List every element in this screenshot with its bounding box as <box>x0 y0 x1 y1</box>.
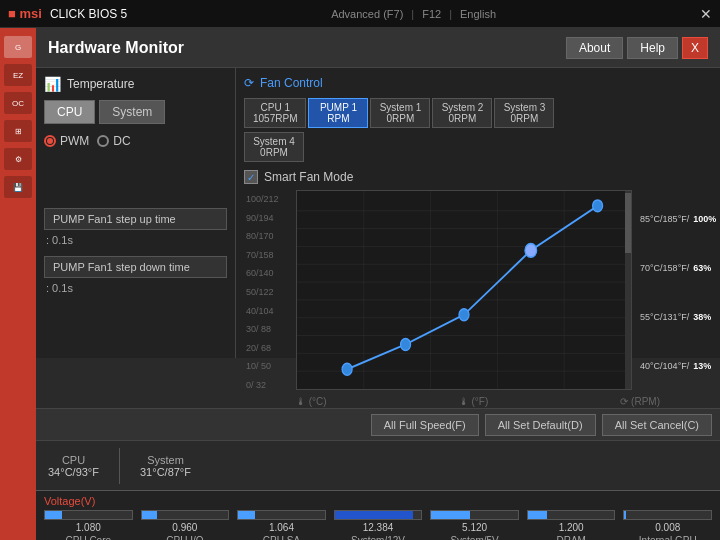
system-temp-value: 31°C/87°F <box>140 466 191 478</box>
voltage-item-dram: 1.200DRAM <box>527 510 616 540</box>
voltage-bar-fill <box>45 511 62 519</box>
sidebar-icon-board[interactable]: ⊞ <box>4 120 32 142</box>
pwm-label: PWM <box>60 134 89 148</box>
sidebar-icon-oc[interactable]: OC <box>4 92 32 114</box>
voltage-name-label: CPU Core <box>66 535 112 540</box>
pwm-dc-toggle: PWM DC <box>44 134 227 148</box>
y-label: 40/104 <box>246 306 294 316</box>
temperature-label: Temperature <box>67 77 134 91</box>
left-sidebar: G EZ OC ⊞ ⚙ 💾 <box>0 28 36 540</box>
voltage-bars: 1.080CPU Core0.960CPU I/O1.064CPU SA12.3… <box>44 510 712 540</box>
temperature-tabs: CPU System <box>44 100 227 124</box>
mode-label: Advanced (F7) <box>331 8 403 20</box>
fan-tab-sys1[interactable]: System 10RPM <box>370 98 430 128</box>
f12-label[interactable]: F12 <box>422 8 441 20</box>
voltage-value: 1.064 <box>269 522 294 533</box>
svg-point-17 <box>525 243 537 257</box>
all-set-cancel-button[interactable]: All Set Cancel(C) <box>602 414 712 436</box>
scrollbar-thumb[interactable] <box>625 193 631 252</box>
voltage-value: 0.960 <box>172 522 197 533</box>
y-label: 50/122 <box>246 287 294 297</box>
fan-control-header: ⟳ Fan Control <box>244 76 712 90</box>
sidebar-icon-game[interactable]: G <box>4 36 32 58</box>
voltage-item-cpu-sa: 1.064CPU SA <box>237 510 326 540</box>
voltage-bar-container <box>141 510 230 520</box>
x-unit-left: 🌡 (°C) <box>296 396 327 407</box>
dc-label: DC <box>113 134 130 148</box>
svg-point-16 <box>459 309 469 321</box>
fan-tabs-row1: CPU 11057RPMPUMP 1RPMSystem 10RPMSystem … <box>244 98 712 128</box>
window-close-button[interactable]: ✕ <box>700 6 712 22</box>
x-unit-right: 🌡 (°F) <box>459 396 489 407</box>
status-divider <box>119 448 120 484</box>
smart-fan-checkbox[interactable]: ✓ <box>244 170 258 184</box>
voltage-item-cpu-i-o: 0.960CPU I/O <box>141 510 230 540</box>
hw-monitor-buttons: About Help X <box>566 37 708 59</box>
fan-control-label: Fan Control <box>260 76 323 90</box>
voltage-name-label: CPU I/O <box>166 535 203 540</box>
sidebar-icon-ez[interactable]: EZ <box>4 64 32 86</box>
voltage-bar-container <box>623 510 712 520</box>
pump-step-down-value: : 0.1s <box>44 282 227 294</box>
about-button[interactable]: About <box>566 37 623 59</box>
voltage-name-label: CPU SA <box>263 535 300 540</box>
fan-tab-sys2[interactable]: System 20RPM <box>432 98 492 128</box>
help-button[interactable]: Help <box>627 37 678 59</box>
fan-tab-sys3[interactable]: System 30RPM <box>494 98 554 128</box>
voltage-bar-container <box>430 510 519 520</box>
cpu-temp-value: 34°C/93°F <box>48 466 99 478</box>
y-label: 20/ 68 <box>246 343 294 353</box>
pwm-radio[interactable]: PWM <box>44 134 89 148</box>
fan-control-section: ⟳ Fan Control CPU 11057RPMPUMP 1RPMSyste… <box>236 68 720 358</box>
y-label: 80/170 <box>246 231 294 241</box>
voltage-bar-fill <box>528 511 547 519</box>
fan-tab-cpu1[interactable]: CPU 11057RPM <box>244 98 306 128</box>
voltage-name-label: System/12V <box>351 535 405 540</box>
top-bar-center: Advanced (F7) | F12 | English <box>331 8 496 20</box>
fan-icon: ⟳ <box>244 76 254 90</box>
all-full-speed-button[interactable]: All Full Speed(F) <box>371 414 479 436</box>
cpu-temp-item: CPU 34°C/93°F <box>48 454 99 478</box>
fan-chart-area[interactable] <box>296 190 632 390</box>
voltage-value: 1.080 <box>76 522 101 533</box>
top-bar: ■ msi CLICK BIOS 5 Advanced (F7) | F12 |… <box>0 0 720 28</box>
voltage-bar-fill <box>142 511 158 519</box>
y-label: 70/158 <box>246 250 294 260</box>
product-name: CLICK BIOS 5 <box>50 7 127 21</box>
fan-tab-sys4[interactable]: System 40RPM <box>244 132 304 162</box>
voltage-name-label: DRAM <box>556 535 585 540</box>
pump-step-up-value: : 0.1s <box>44 234 227 246</box>
sections-container: 📊 Temperature CPU System PWM DC <box>36 68 720 358</box>
fan-tab-pump1[interactable]: PUMP 1RPM <box>308 98 368 128</box>
cpu-temp-label: CPU <box>48 454 99 466</box>
voltage-bar-container <box>237 510 326 520</box>
system-temp-item: System 31°C/87°F <box>140 454 191 478</box>
pump-step-down-label[interactable]: PUMP Fan1 step down time <box>44 256 227 278</box>
voltage-value: 5.120 <box>462 522 487 533</box>
hw-close-button[interactable]: X <box>682 37 708 59</box>
sidebar-icon-bios[interactable]: ⚙ <box>4 148 32 170</box>
x-unit-rpm: ⟳ (RPM) <box>620 396 660 407</box>
pump-step-up-label[interactable]: PUMP Fan1 step up time <box>44 208 227 230</box>
bottom-status-bar: CPU 34°C/93°F System 31°C/87°F <box>36 440 720 490</box>
msi-brand: ■ msi <box>8 6 42 21</box>
hw-monitor-title: Hardware Monitor <box>48 39 184 57</box>
main-content: Hardware Monitor About Help X 📊 Temperat… <box>36 28 720 540</box>
dc-radio[interactable]: DC <box>97 134 130 148</box>
voltage-value: 12.384 <box>363 522 394 533</box>
tab-cpu[interactable]: CPU <box>44 100 95 124</box>
dc-radio-dot <box>97 135 109 147</box>
y-label: 100/212 <box>246 194 294 204</box>
all-set-default-button[interactable]: All Set Default(D) <box>485 414 596 436</box>
lang-label: English <box>460 8 496 20</box>
voltage-item-system-5v: 5.120System/5V <box>430 510 519 540</box>
chart-scrollbar[interactable] <box>625 191 631 389</box>
voltage-bar-fill <box>624 511 626 519</box>
temp-scale-entry: 40°C/104°F/ 13% <box>636 358 708 374</box>
y-label: 0/ 32 <box>246 380 294 390</box>
pwm-radio-dot <box>44 135 56 147</box>
sidebar-icon-save[interactable]: 💾 <box>4 176 32 198</box>
tab-system[interactable]: System <box>99 100 165 124</box>
y-axis-labels: 100/21290/19480/17070/15860/14050/12240/… <box>244 190 296 394</box>
temp-scale-entry: 85°C/185°F/ 100% <box>636 211 708 227</box>
